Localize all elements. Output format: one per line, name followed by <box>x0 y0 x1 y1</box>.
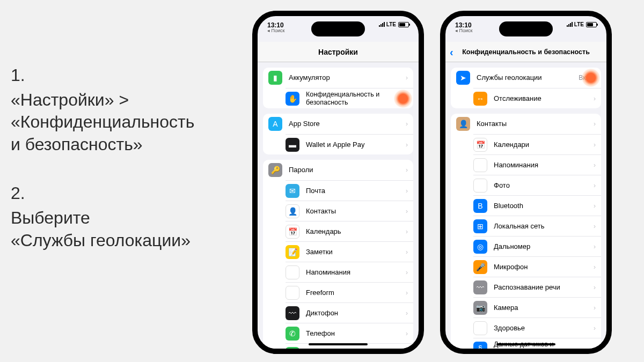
rangefinder-icon: ◎ <box>473 240 487 254</box>
chevron-right-icon: › <box>594 304 596 312</box>
step-1-text: «Конфиденциальность <box>11 111 241 134</box>
row-location-services[interactable]: ➤Службы геолокацииВкл.› <box>451 68 601 88</box>
notes-icon: 📝 <box>286 245 299 259</box>
freeform-icon: ✎ <box>286 286 299 300</box>
row-mail[interactable]: ✉Почта› <box>286 180 413 201</box>
row-contacts[interactable]: 👤Контакты› <box>451 114 601 134</box>
row-health[interactable]: ♥Здоровье› <box>473 317 601 338</box>
row-passwords[interactable]: 🔑Пароли› <box>263 160 413 180</box>
page-title: Конфиденциальность и безопасность <box>462 48 590 56</box>
row-label: Контакты <box>477 120 594 128</box>
row-label: Камера <box>494 304 594 312</box>
back-to-search[interactable]: ◂ Поиск <box>267 28 284 33</box>
step-1-number: 1. <box>11 64 241 87</box>
row-label: Конфиденциальность и безопасность <box>306 91 406 107</box>
row-label: Пароли <box>289 166 406 174</box>
row-bluetooth[interactable]: BBluetooth› <box>473 195 601 216</box>
back-chevron-icon[interactable]: ‹ <box>450 46 453 58</box>
row-local-network[interactable]: ⊞Локальная сеть› <box>473 216 601 236</box>
step-2-text: «Службы геолокации» <box>11 230 241 252</box>
calendars-icon: 📅 <box>473 138 487 152</box>
row-detail: Вкл. <box>579 74 591 82</box>
row-label: Здоровье <box>494 324 594 333</box>
row-calendar[interactable]: 📅Календарь› <box>286 221 413 241</box>
tracking-icon: ↔ <box>473 92 487 106</box>
row-voice-memos[interactable]: 〰Диктофон› <box>286 302 413 323</box>
row-label: Аккумулятор <box>289 73 406 82</box>
row-calendars[interactable]: 📅Календари› <box>473 134 601 154</box>
row-reminders[interactable]: ☑Напоминания› <box>473 154 601 175</box>
chevron-right-icon: › <box>594 161 596 169</box>
row-speech-recognition[interactable]: 〰Распознавание речи› <box>473 277 601 297</box>
chevron-right-icon: › <box>406 289 408 297</box>
phone-mockup-privacy: 13:10 ◂ Поиск LTE ‹ Конфиденциальность и… <box>440 11 612 354</box>
chevron-right-icon: › <box>406 228 408 235</box>
row-label: Микрофон <box>494 263 594 271</box>
reminders-icon: ☑ <box>286 265 299 279</box>
row-label: Wallet и Apple Pay <box>306 141 406 149</box>
chevron-right-icon: › <box>594 202 596 210</box>
row-battery[interactable]: ▮Аккумулятор› <box>263 68 413 88</box>
step-1-text: «Настройки» > <box>11 89 241 112</box>
row-tracking[interactable]: ↔Отслеживание› <box>473 88 601 108</box>
network-label: LTE <box>574 21 584 27</box>
voice-memos-icon: 〰 <box>286 306 299 320</box>
row-contacts[interactable]: 👤Контакты› <box>286 201 413 221</box>
row-phone[interactable]: ✆Телефон› <box>286 323 413 343</box>
signal-icon <box>567 22 573 27</box>
row-privacy[interactable]: ✋Конфиденциальность и безопасность› <box>286 88 413 108</box>
app-store-icon: A <box>268 117 282 131</box>
chevron-right-icon: › <box>594 74 596 82</box>
instructions-panel: 1. «Настройки» > «Конфиденциальность и б… <box>11 64 241 252</box>
chevron-right-icon: › <box>406 208 408 215</box>
chevron-right-icon: › <box>594 243 596 250</box>
row-rangefinder[interactable]: ◎Дальномер› <box>473 236 601 256</box>
messages-icon: 💬 <box>286 347 299 349</box>
row-camera[interactable]: 📷Камера› <box>473 297 601 317</box>
chevron-right-icon: › <box>594 95 596 102</box>
row-freeform[interactable]: ✎Freeform› <box>286 282 413 302</box>
phone-mockup-settings: 13:10 ◂ Поиск LTE Настройки ▮Аккумулятор… <box>252 11 424 354</box>
settings-group: AApp Store›▬Wallet и Apple Pay› <box>263 114 413 154</box>
contacts-icon: 👤 <box>286 204 299 218</box>
step-2-text: Выберите <box>11 207 241 230</box>
battery-icon: ▮ <box>268 71 282 85</box>
battery-icon <box>586 22 597 27</box>
home-indicator[interactable] <box>496 343 555 345</box>
row-wallet[interactable]: ▬Wallet и Apple Pay› <box>286 134 413 154</box>
row-label: Почта <box>306 187 406 195</box>
chevron-right-icon: › <box>406 120 408 128</box>
settings-group: ▮Аккумулятор›✋Конфиденциальность и безоп… <box>263 68 413 108</box>
row-reminders[interactable]: ☑Напоминания› <box>286 262 413 282</box>
settings-list[interactable]: ▮Аккумулятор›✋Конфиденциальность и безоп… <box>258 62 419 349</box>
row-label: Отслеживание <box>494 94 594 103</box>
health-icon: ♥ <box>473 321 487 335</box>
calendar-icon: 📅 <box>286 225 299 239</box>
row-label: Календари <box>494 141 594 149</box>
row-photos[interactable]: ❀Фото› <box>473 175 601 195</box>
chevron-right-icon: › <box>594 141 596 149</box>
nav-header: Настройки <box>258 42 419 62</box>
speech-recognition-icon: 〰 <box>473 280 487 294</box>
chevron-right-icon: › <box>594 324 596 332</box>
back-to-search[interactable]: ◂ Поиск <box>455 28 472 33</box>
location-services-icon: ➤ <box>456 71 470 85</box>
row-microphone[interactable]: 🎤Микрофон› <box>473 256 601 277</box>
row-label: Распознавание речи <box>494 283 594 292</box>
chevron-right-icon: › <box>406 248 408 256</box>
chevron-right-icon: › <box>406 309 408 317</box>
row-label: App Store <box>289 120 406 128</box>
row-label: Календарь <box>306 227 406 236</box>
row-label: Телефон <box>306 329 406 338</box>
row-notes[interactable]: 📝Заметки› <box>286 241 413 262</box>
microphone-icon: 🎤 <box>473 260 487 274</box>
settings-group: ➤Службы геолокацииВкл.›↔Отслеживание› <box>451 68 601 108</box>
notch <box>499 21 553 36</box>
row-label: Локальная сеть <box>494 222 594 231</box>
privacy-list[interactable]: ➤Службы геолокацииВкл.›↔Отслеживание›👤Ко… <box>445 62 606 349</box>
local-network-icon: ⊞ <box>473 219 487 233</box>
home-indicator[interactable] <box>309 343 368 345</box>
row-label: Напоминания <box>306 268 406 277</box>
row-app-store[interactable]: AApp Store› <box>263 114 413 134</box>
row-label: Контакты <box>306 207 406 216</box>
